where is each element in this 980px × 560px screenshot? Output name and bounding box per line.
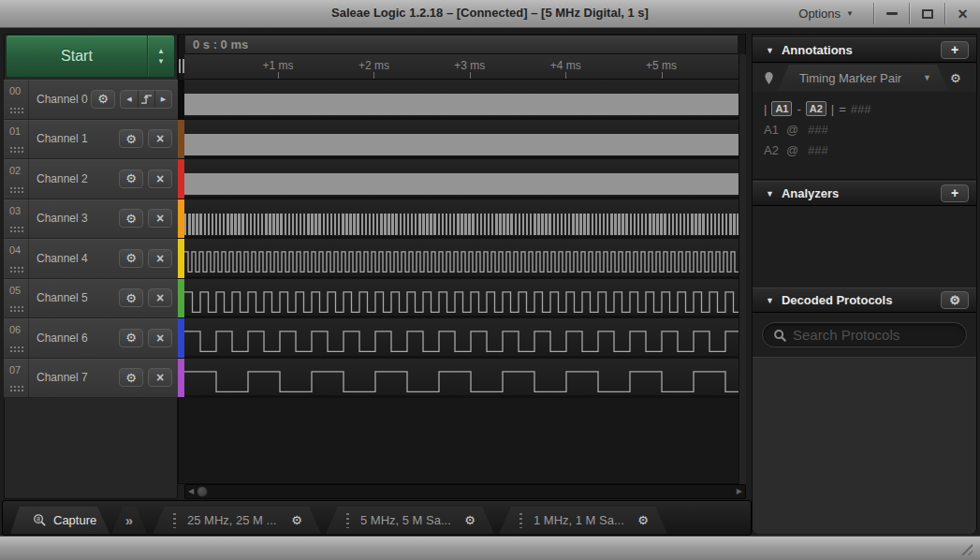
tab-drag-handle[interactable] [519, 513, 522, 528]
channel-remove-button[interactable]: × [148, 129, 172, 148]
gear-icon: ⚙ [125, 133, 137, 145]
channel-settings-button[interactable]: ⚙ [119, 129, 143, 148]
ruler-grip-left[interactable] [179, 59, 184, 73]
channel-remove-button[interactable]: × [148, 169, 172, 188]
scrollbar-thumb[interactable] [197, 486, 208, 497]
channel-drag-handle[interactable] [9, 385, 23, 391]
channel-color-strip [178, 199, 184, 240]
collapse-caret-icon[interactable]: ▼ [766, 296, 774, 305]
waveform-row [184, 318, 739, 359]
scroll-right-arrow-icon[interactable]: ▶ [737, 487, 742, 496]
waveform-square-wave [184, 318, 739, 356]
channel-name: Channel 6 [37, 332, 88, 345]
add-analyzer-button[interactable]: + [941, 184, 969, 202]
annotation-settings-button[interactable]: ⚙ [950, 71, 961, 85]
marker-a2-chip[interactable]: A2 [806, 101, 826, 116]
channel-settings-button[interactable]: ⚙ [119, 169, 143, 188]
search-protocols-input[interactable] [793, 324, 961, 346]
waveform-row [184, 199, 739, 240]
channel-remove-button[interactable]: × [148, 368, 172, 387]
trigger-edge-button[interactable] [138, 91, 154, 108]
timeline-tick-mark [373, 72, 374, 79]
start-options-toggle[interactable]: ▲ ▼ [148, 36, 174, 77]
waveform-rows[interactable] [184, 80, 739, 398]
marker-a1-chip[interactable]: A1 [771, 101, 792, 116]
collapse-caret-icon[interactable]: ▼ [766, 46, 774, 55]
horizontal-scrollbar[interactable]: ◀ ▶ [184, 484, 746, 499]
scroll-left-arrow-icon[interactable]: ◀ [188, 487, 194, 496]
channel-drag-handle[interactable] [9, 305, 23, 312]
minimize-icon [886, 12, 898, 15]
timeline-ruler[interactable]: +1 ms+2 ms+3 ms+4 ms+5 ms [184, 54, 739, 80]
timeline-tick-label: +5 ms [646, 59, 677, 72]
search-icon [773, 329, 787, 343]
add-annotation-button[interactable]: + [941, 41, 969, 59]
channel-settings-button[interactable]: ⚙ [119, 368, 143, 387]
start-capture-button[interactable]: Start ▲ ▼ [6, 35, 175, 78]
maximize-icon [922, 9, 933, 19]
channel-name: Channel 3 [37, 212, 88, 225]
channel-remove-button[interactable]: × [148, 209, 172, 228]
channel-buttons: ⚙× [119, 279, 172, 318]
tab-drag-handle[interactable] [173, 513, 176, 528]
start-label: Start [7, 36, 147, 77]
timeline-tick-label: +3 ms [454, 59, 485, 72]
tab-drag-handle[interactable] [346, 513, 349, 528]
preset-settings-button[interactable]: ⚙ [291, 513, 302, 527]
channel-drag-handle[interactable] [9, 186, 23, 193]
channel-drag-handle[interactable] [9, 107, 23, 113]
preset-tab-label: 1 MHz, 1 M Sa... [534, 513, 637, 527]
preset-tab-label: 5 MHz, 5 M Sa... [360, 513, 464, 527]
options-menu-button[interactable]: Options ▼ [789, 0, 863, 27]
channel-settings-button[interactable]: ⚙ [119, 249, 143, 268]
channel-remove-button[interactable]: × [148, 288, 172, 307]
maximize-button[interactable] [910, 0, 944, 27]
trigger-prev-button[interactable]: ◀ [121, 91, 138, 108]
channel-drag-handle[interactable] [9, 346, 23, 352]
marker-a1-value: ### [808, 123, 828, 137]
collapse-caret-icon[interactable]: ▼ [766, 189, 774, 199]
preset-settings-button[interactable]: ⚙ [637, 513, 649, 527]
timing-marker-pair-dropdown[interactable]: Timing Marker Pair ▼ [778, 65, 948, 91]
channel-drag-handle[interactable] [9, 266, 23, 273]
channel-settings-button[interactable]: ⚙ [119, 329, 143, 347]
timeline-tick-mark [470, 72, 471, 79]
preset-tab[interactable]: 1 MHz, 1 M Sa...⚙ [499, 507, 667, 534]
close-button[interactable]: × [945, 0, 980, 27]
annotations-title: Annotations [782, 43, 941, 57]
gear-icon: ⚙ [125, 172, 137, 184]
channel-buttons: ⚙× [119, 359, 172, 398]
minimize-button[interactable] [874, 0, 909, 27]
channel-remove-button[interactable]: × [148, 249, 172, 268]
waveform-row [184, 80, 739, 120]
channel-remove-button[interactable]: × [148, 329, 172, 347]
close-icon: × [156, 132, 164, 145]
preset-tab[interactable]: 25 MHz, 25 M ...⚙ [153, 507, 321, 534]
timeline-position-bar[interactable]: 0 s : 0 ms [184, 35, 739, 54]
gear-icon: ⚙ [97, 93, 109, 105]
channel-settings-button[interactable]: ⚙ [91, 90, 115, 109]
vertical-scroll-strip[interactable] [739, 54, 746, 484]
protocol-results-list [753, 357, 976, 534]
title-bar: Saleae Logic 1.2.18 – [Connected] – [5 M… [0, 0, 980, 28]
channel-settings-button[interactable]: ⚙ [119, 288, 143, 307]
decoded-protocols-settings-button[interactable]: ⚙ [941, 291, 969, 309]
waveform-dense-block [184, 94, 739, 115]
channel-number-column: 00 [4, 80, 29, 119]
timing-marker-pair-label: Timing Marker Pair [778, 71, 923, 85]
trigger-next-button[interactable]: ▶ [154, 91, 171, 108]
channel-list: 00Channel 0⚙◀▶01Channel 1⚙×02Channel 2⚙×… [4, 80, 178, 398]
expression-bar: | [764, 102, 767, 116]
channel-row: 00Channel 0⚙◀▶ [4, 80, 178, 120]
channel-number: 01 [9, 125, 28, 137]
chevron-down-icon: ▼ [923, 73, 931, 82]
preset-tab[interactable]: 5 MHz, 5 M Sa...⚙ [326, 507, 494, 534]
channel-drag-handle[interactable] [9, 226, 23, 232]
tab-capture[interactable]: Capture [10, 507, 110, 534]
channel-settings-button[interactable]: ⚙ [119, 209, 143, 228]
window-resize-grip[interactable] [958, 543, 973, 555]
preset-settings-button[interactable]: ⚙ [464, 513, 475, 527]
channel-drag-handle[interactable] [9, 146, 23, 153]
tab-overflow-button[interactable]: » [111, 507, 147, 534]
timing-marker-values: | A1 - A2 | = ### A1@### A2@### [753, 92, 976, 180]
